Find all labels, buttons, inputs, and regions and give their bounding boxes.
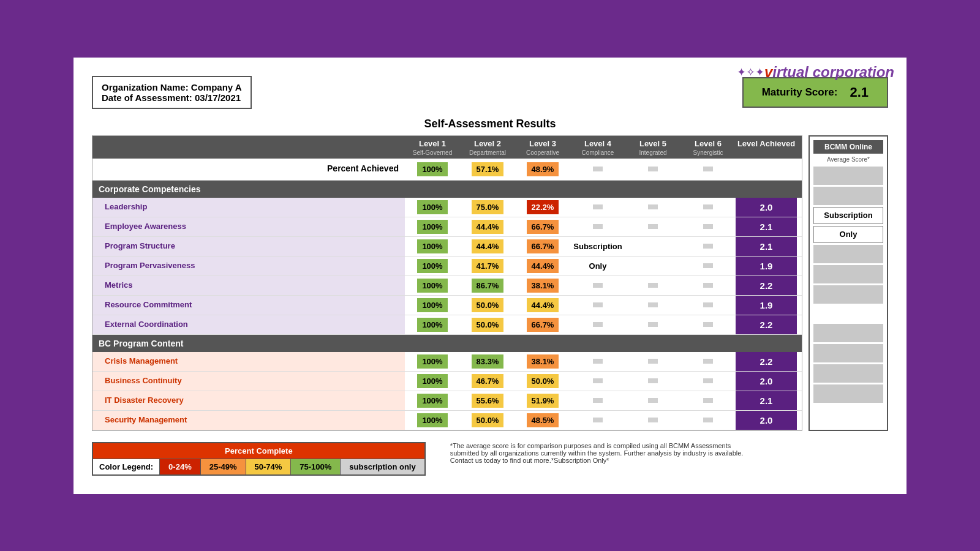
logo-rest: irtual corporation <box>772 64 894 80</box>
idr-pct5 <box>625 391 680 410</box>
ea-pct2: 44.4% <box>460 217 515 236</box>
idr-pct4 <box>570 391 625 410</box>
sm-p2: 50.0% <box>472 413 504 427</box>
sm-p5 <box>648 418 658 422</box>
legend-header: Percent Complete <box>93 443 424 459</box>
maturity-label: Maturity Score: <box>762 86 838 99</box>
cm-p6 <box>703 359 713 364</box>
m-p5 <box>648 283 658 288</box>
rc-pct3: 44.4% <box>515 296 570 315</box>
bcmm-subtitle: Average Score* <box>813 156 883 163</box>
ea-p4 <box>593 224 603 229</box>
level-header-row: Level 1 Level 2 Level 3 Level 4 Level 5 … <box>92 136 802 149</box>
pp-pct4: Only <box>570 257 625 276</box>
idr-p5 <box>648 398 658 403</box>
pa-cell-4 <box>570 159 625 180</box>
m-pct5 <box>625 276 680 295</box>
ec-p5 <box>648 322 658 327</box>
ec-p1: 100% <box>417 318 447 332</box>
bc-p2: 46.7% <box>472 374 504 388</box>
ps-pct2: 44.4% <box>460 237 515 256</box>
pp-p6 <box>703 263 713 268</box>
bcmm-cell-6 <box>813 265 883 283</box>
ea-p1: 100% <box>417 220 447 234</box>
sm-pct1: 100% <box>405 411 460 430</box>
legend-item-gray: subscription only <box>340 459 424 474</box>
legend-item-green: 75-100% <box>290 459 340 474</box>
ec-pct6 <box>680 315 736 334</box>
lp6-badge <box>703 204 713 209</box>
bcmm-bc-3 <box>813 364 883 383</box>
legend-item-orange: 25-49% <box>200 459 246 474</box>
legend-row: Color Legend: 0-24% 25-49% 50-74% 75-100… <box>93 459 424 474</box>
percent-achieved-row: Percent Achieved 100% 57.1% 48.9% <box>92 159 802 181</box>
ls-sub6: Synergistic <box>680 149 736 159</box>
program-pervasiveness-row: Program Pervasiveness 100% 41.7% 44.4% O… <box>92 257 802 276</box>
ea-pct6 <box>680 217 736 236</box>
rc-p6 <box>703 302 713 307</box>
it-disaster-recovery-label: IT Disaster Recovery <box>92 391 405 410</box>
bcmm-cell-7 <box>813 285 883 304</box>
bc-p1: 100% <box>417 374 447 388</box>
lh-level6: Level 6 <box>680 136 736 149</box>
bcmm-cell-2 <box>813 187 883 205</box>
legend-area: Percent Complete Color Legend: 0-24% 25-… <box>92 442 888 476</box>
leadership-pct4 <box>570 198 625 217</box>
external-coordination-label: External Coordination <box>92 315 405 334</box>
leadership-pct3: 22.2% <box>515 198 570 217</box>
logo-icon: ✦✧✦ <box>737 66 764 79</box>
lh-level1: Level 1 <box>405 136 460 149</box>
idr-p6 <box>703 398 713 403</box>
lh-level5: Level 5 <box>625 136 680 149</box>
pct-badge-4 <box>593 167 603 171</box>
level-sub-row: Self-Governed Departmental Cooperative C… <box>92 149 802 159</box>
ps-p2: 44.4% <box>472 239 504 253</box>
bcmm-title: BCMM Online <box>813 140 883 154</box>
ls-sub2: Departmental <box>460 149 515 159</box>
sm-pct4 <box>570 411 625 430</box>
m-pct1: 100% <box>405 276 460 295</box>
resource-commitment-row: Resource Commitment 100% 50.0% 44.4% 1.9 <box>92 296 802 315</box>
pp-pct6 <box>680 257 736 276</box>
leadership-pct6 <box>680 198 736 217</box>
sm-p1: 100% <box>417 413 447 427</box>
org-info: Organization Name: Company A Date of Ass… <box>92 76 252 109</box>
bc-p5 <box>648 378 658 383</box>
ec-p2: 50.0% <box>472 318 504 332</box>
pp-p3: 44.4% <box>527 259 559 273</box>
program-structure-row: Program Structure 100% 44.4% 66.7% Subsc… <box>92 237 802 257</box>
idr-pct6 <box>680 391 736 410</box>
leadership-label: Leadership <box>92 198 405 217</box>
pa-cell-6 <box>680 159 736 180</box>
it-disaster-recovery-row: IT Disaster Recovery 100% 55.6% 51.9% 2.… <box>92 391 802 411</box>
business-continuity-row: Business Continuity 100% 46.7% 50.0% 2.0 <box>92 372 802 391</box>
ps-pct1: 100% <box>405 237 460 256</box>
ea-p6 <box>703 224 713 229</box>
metrics-label: Metrics <box>92 276 405 295</box>
bcmm-subscription-2: Only <box>813 226 883 243</box>
pp-pct3: 44.4% <box>515 257 570 276</box>
org-name: Organization Name: Company A <box>102 82 242 92</box>
idr-pct2: 55.6% <box>460 391 515 410</box>
program-structure-label: Program Structure <box>92 237 405 256</box>
leadership-row: Leadership 100% 75.0% 22.2% 2.0 <box>92 198 802 217</box>
org-date: Date of Assessment: 03/17/2021 <box>102 92 242 103</box>
legend-color-label: Color Legend: <box>93 459 159 474</box>
cm-pct2: 83.3% <box>460 352 515 371</box>
sm-pct3: 48.5% <box>515 411 570 430</box>
rc-p4 <box>593 302 603 307</box>
table-area: Level 1 Level 2 Level 3 Level 4 Level 5 … <box>92 135 802 431</box>
pa-cell-5 <box>625 159 680 180</box>
idr-p2: 55.6% <box>472 394 504 408</box>
ls-sub1: Self-Governed <box>405 149 460 159</box>
program-pervasiveness-label: Program Pervasiveness <box>92 257 405 276</box>
idr-p1: 100% <box>417 394 447 408</box>
resource-commitment-label: Resource Commitment <box>92 296 405 315</box>
pp-pct2: 41.7% <box>460 257 515 276</box>
cm-pct4 <box>570 352 625 371</box>
pp-p2: 41.7% <box>472 259 504 273</box>
ps-p3: 66.7% <box>527 239 559 253</box>
ps-pct6 <box>680 237 736 256</box>
cc-header-fill <box>405 181 802 198</box>
logo-v: v <box>764 64 772 80</box>
